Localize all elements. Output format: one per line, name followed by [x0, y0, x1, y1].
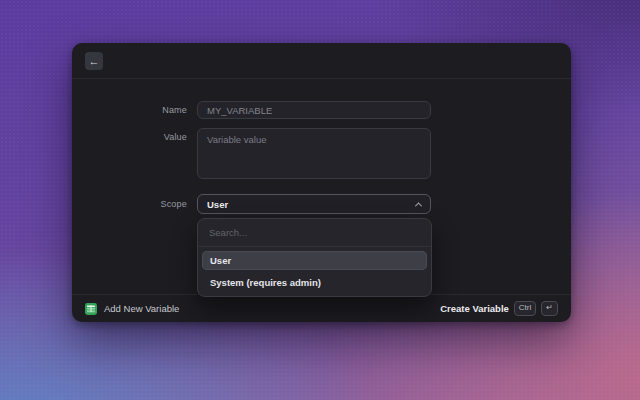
dropdown-search-row — [198, 219, 431, 247]
dropdown-search-input[interactable] — [209, 227, 420, 238]
scope-selected-value: User — [207, 199, 228, 210]
dialog-header: ← — [72, 43, 571, 79]
footer-title: Add New Variable — [104, 303, 179, 314]
value-textarea[interactable] — [197, 128, 431, 179]
back-arrow-icon: ← — [89, 56, 100, 67]
app-table-icon — [85, 303, 97, 315]
ctrl-key-badge: Ctrl — [514, 301, 536, 315]
dropdown-option-user[interactable]: User — [202, 251, 427, 270]
create-variable-button[interactable]: Create Variable Ctrl ↵ — [440, 301, 558, 315]
create-variable-label: Create Variable — [440, 303, 509, 314]
option-label: User — [210, 255, 231, 266]
scope-label: Scope — [72, 199, 197, 209]
chevron-up-icon — [415, 202, 422, 209]
name-field-row: Name — [72, 101, 571, 119]
dropdown-option-system[interactable]: System (requires admin) — [202, 273, 427, 292]
name-input[interactable] — [197, 101, 431, 119]
scope-field-row: Scope User — [72, 194, 571, 214]
option-label: System (requires admin) — [210, 277, 321, 288]
enter-key-badge: ↵ — [541, 301, 558, 315]
dialog-footer: Add New Variable Create Variable Ctrl ↵ — [72, 294, 571, 322]
scope-select[interactable]: User — [197, 194, 431, 214]
footer-left: Add New Variable — [85, 303, 179, 315]
dropdown-options-list: User System (requires admin) — [198, 247, 431, 296]
value-field-row: Value — [72, 128, 571, 179]
back-button[interactable]: ← — [85, 52, 103, 70]
value-label: Value — [72, 128, 197, 142]
name-label: Name — [72, 105, 197, 115]
add-variable-dialog: ← Name Value Scope User User System (req… — [72, 43, 571, 322]
scope-dropdown-panel: User System (requires admin) — [197, 218, 432, 297]
